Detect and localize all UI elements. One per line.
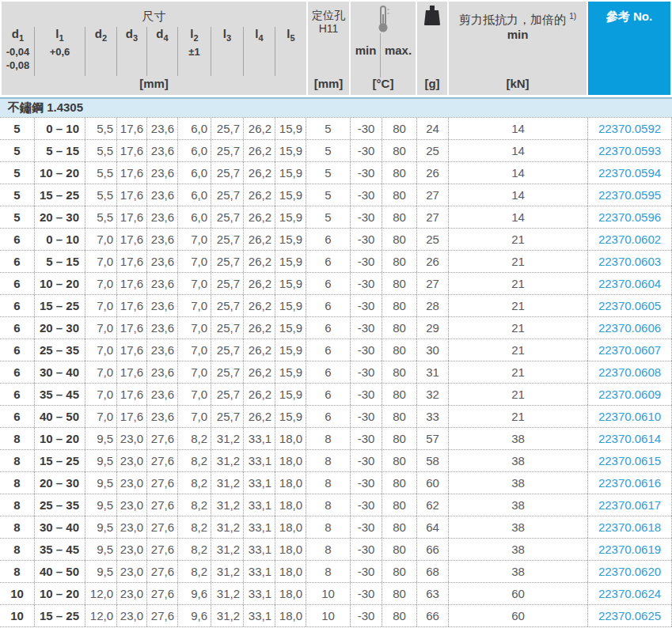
cell-ref-no[interactable]: 22370.0593 xyxy=(588,140,672,161)
cell-d4: 27,6 xyxy=(147,450,178,471)
cell-ref-no[interactable]: 22370.0602 xyxy=(588,229,672,250)
cell-weight: 28 xyxy=(417,295,449,316)
cell-temp-max: 80 xyxy=(382,206,417,228)
cell-l4: 33,1 xyxy=(244,472,275,494)
cell-ref-no[interactable]: 22370.0604 xyxy=(588,273,672,294)
cell-temp-min: -30 xyxy=(351,118,382,139)
cell-ref-no[interactable]: 22370.0606 xyxy=(588,317,672,339)
cell-ref-no[interactable]: 22370.0617 xyxy=(588,494,672,516)
cell-temp-max: 80 xyxy=(382,406,417,427)
reference-no-label: 參考 No. xyxy=(588,2,670,25)
cell-d3: 17,6 xyxy=(117,251,147,272)
cell-temp-min: -30 xyxy=(351,339,382,361)
cell-shear-min: 38 xyxy=(449,539,588,560)
cell-l2: 7,0 xyxy=(178,384,211,405)
cell-d2: 9,5 xyxy=(85,539,117,560)
cell-ref-no[interactable]: 22370.0605 xyxy=(588,295,672,316)
cell-d1: 6 xyxy=(0,273,35,294)
cell-ref-no[interactable]: 22370.0610 xyxy=(588,406,672,427)
cell-temp-max: 80 xyxy=(382,450,417,471)
cell-temp-min: -30 xyxy=(351,494,382,516)
cell-l3: 25,7 xyxy=(211,206,244,228)
cell-l3: 25,7 xyxy=(211,361,244,383)
cell-l5: 15,9 xyxy=(275,361,306,383)
cell-shear-min: 14 xyxy=(449,140,588,161)
cell-ref-no[interactable]: 22370.0618 xyxy=(588,516,672,538)
cell-l1: 20 – 30 xyxy=(35,472,85,494)
cell-weight: 66 xyxy=(417,605,449,626)
cell-shear-min: 38 xyxy=(449,494,588,516)
cell-l5: 18,0 xyxy=(275,539,306,560)
cell-l3: 25,7 xyxy=(211,162,244,183)
cell-d3: 17,6 xyxy=(117,206,147,228)
cell-d2: 9,5 xyxy=(85,450,117,471)
col-header-d2: d2 xyxy=(85,27,117,76)
cell-ref-no[interactable]: 22370.0619 xyxy=(588,539,672,560)
cell-ref-no[interactable]: 22370.0614 xyxy=(588,428,672,449)
cell-l2: 8,2 xyxy=(178,472,211,494)
cell-hole-h11: 6 xyxy=(306,406,351,427)
cell-d3: 23,0 xyxy=(117,605,147,626)
cell-d2: 7,0 xyxy=(85,273,117,294)
cell-ref-no[interactable]: 22370.0607 xyxy=(588,339,672,361)
cell-l1: 30 – 40 xyxy=(35,361,85,383)
cell-ref-no[interactable]: 22370.0616 xyxy=(588,472,672,494)
cell-d4: 23,6 xyxy=(147,384,178,405)
cell-d2: 5,5 xyxy=(85,118,117,139)
cell-hole-h11: 6 xyxy=(306,361,351,383)
cell-temp-min: -30 xyxy=(351,273,382,294)
cell-ref-no[interactable]: 22370.0596 xyxy=(588,206,672,228)
cell-l3: 25,7 xyxy=(211,339,244,361)
cell-l2: 8,2 xyxy=(178,450,211,471)
cell-l5: 18,0 xyxy=(275,561,306,582)
cell-l3: 31,2 xyxy=(211,583,244,604)
cell-temp-min: -30 xyxy=(351,140,382,161)
cell-temp-max: 80 xyxy=(382,428,417,449)
cell-shear-min: 38 xyxy=(449,561,588,582)
cell-d2: 9,5 xyxy=(85,428,117,449)
cell-l2: 6,0 xyxy=(178,206,211,228)
cell-weight: 66 xyxy=(417,539,449,560)
cell-temp-max: 80 xyxy=(382,583,417,604)
cell-l3: 31,2 xyxy=(211,539,244,560)
cell-hole-h11: 10 xyxy=(306,605,351,626)
cell-weight: 63 xyxy=(417,583,449,604)
cell-temp-min: -30 xyxy=(351,539,382,560)
cell-ref-no[interactable]: 22370.0595 xyxy=(588,184,672,206)
cell-ref-no[interactable]: 22370.0594 xyxy=(588,162,672,183)
cell-hole-h11: 8 xyxy=(306,450,351,471)
locating-hole-tolerance: H11 xyxy=(308,22,349,36)
cell-d2: 9,5 xyxy=(85,561,117,582)
cell-ref-no[interactable]: 22370.0592 xyxy=(588,118,672,139)
cell-ref-no[interactable]: 22370.0620 xyxy=(588,561,672,582)
cell-d3: 23,0 xyxy=(117,561,147,582)
col-header-l2: l2 ±1 xyxy=(178,27,211,76)
cell-l4: 26,2 xyxy=(244,339,275,361)
cell-weight: 25 xyxy=(417,140,449,161)
cell-shear-min: 21 xyxy=(449,251,588,272)
cell-ref-no[interactable]: 22370.0603 xyxy=(588,251,672,272)
cell-l3: 25,7 xyxy=(211,295,244,316)
cell-hole-h11: 6 xyxy=(306,339,351,361)
cell-l1: 30 – 40 xyxy=(35,516,85,538)
cell-d4: 23,6 xyxy=(147,206,178,228)
cell-weight: 58 xyxy=(417,450,449,471)
cell-d3: 23,0 xyxy=(117,450,147,471)
cell-l1: 15 – 25 xyxy=(35,450,85,471)
cell-d4: 27,6 xyxy=(147,494,178,516)
cell-temp-min: -30 xyxy=(351,561,382,582)
table-row: 6 15 – 25 7,0 17,6 23,6 7,0 25,7 26,2 15… xyxy=(0,295,672,317)
col-header-l3: l3 xyxy=(211,27,244,76)
cell-ref-no[interactable]: 22370.0624 xyxy=(588,583,672,604)
cell-ref-no[interactable]: 22370.0615 xyxy=(588,450,672,471)
table-row: 6 25 – 35 7,0 17,6 23,6 7,0 25,7 26,2 15… xyxy=(0,339,672,361)
cell-ref-no[interactable]: 22370.0609 xyxy=(588,384,672,405)
cell-ref-no[interactable]: 22370.0608 xyxy=(588,361,672,383)
cell-ref-no[interactable]: 22370.0625 xyxy=(588,605,672,626)
table-header: 尺寸 d1 -0,04 -0,08 l1 +0,6 d2 d3 xyxy=(0,0,672,95)
cell-temp-max: 80 xyxy=(382,472,417,494)
cell-temp-max: 80 xyxy=(382,273,417,294)
cell-l4: 26,2 xyxy=(244,273,275,294)
cell-l2: 7,0 xyxy=(178,339,211,361)
cell-l1: 10 – 20 xyxy=(35,273,85,294)
